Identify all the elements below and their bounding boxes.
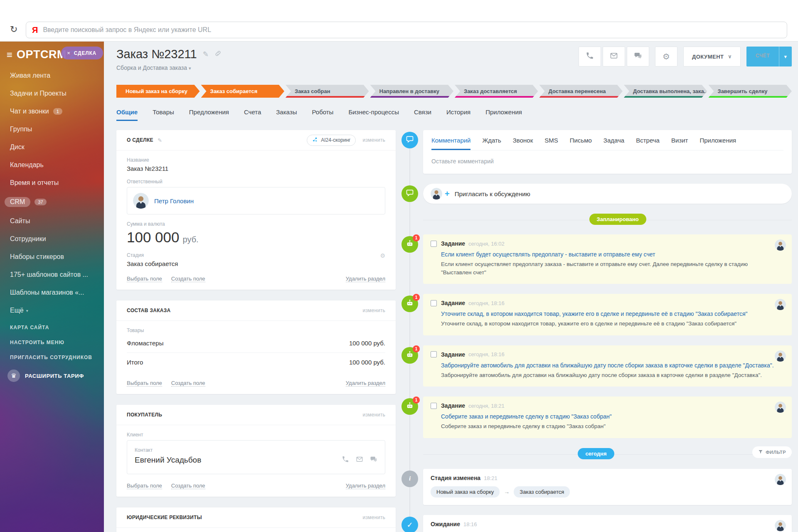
sidebar-item-chat-calls[interactable]: Чат и звонки1 — [0, 108, 104, 115]
tab-orders[interactable]: Заказы — [276, 108, 297, 121]
tab-history[interactable]: История — [446, 108, 470, 121]
task-checkbox[interactable] — [431, 241, 437, 247]
sidebar-link-invite-employees[interactable]: ПРИГЛАСИТЬ СОТРУДНИКОВ — [0, 355, 104, 360]
task-checkbox[interactable] — [431, 351, 437, 357]
settings-button[interactable]: ⚙ — [655, 47, 677, 66]
edit-link[interactable]: изменить — [362, 137, 385, 143]
task-title-link[interactable]: Соберите заказ и передвиньте сделку в ст… — [441, 413, 784, 420]
create-field-link[interactable]: Создать поле — [171, 276, 205, 282]
comment-input[interactable]: Оставьте комментарий — [431, 150, 783, 165]
edit-section-icon[interactable]: ✎ — [158, 137, 162, 143]
timeline-tab-wait[interactable]: Ждать — [482, 137, 501, 150]
timeline-tab-email[interactable]: Письмо — [570, 137, 592, 150]
chat-button[interactable] — [627, 47, 649, 66]
timeline-tab-sms[interactable]: SMS — [544, 137, 558, 150]
stage-delivery-done[interactable]: Доставка выполнена, зака... — [624, 85, 707, 98]
sidebar-item-calendar[interactable]: Календарь — [0, 161, 104, 169]
address-bar[interactable]: Я — [26, 22, 787, 38]
deal-chip[interactable]: ×СДЕЛКА — [61, 47, 103, 59]
stage-new-order[interactable]: Новый заказ на сборку — [116, 85, 200, 98]
ai-scoring-button[interactable]: AI24-скоринг — [307, 135, 356, 146]
reload-icon[interactable]: ↻ — [10, 24, 17, 35]
task-title-link[interactable]: Если клиент будет осуществлять предоплат… — [441, 251, 784, 258]
task-title-link[interactable]: Забронируйте автомобиль для доставки на … — [441, 362, 784, 369]
select-field-link[interactable]: Выбрать поле — [127, 276, 162, 282]
crown-icon: ♛ — [7, 369, 20, 382]
sidebar-link-sitemap[interactable]: КАРТА САЙТА — [0, 325, 104, 330]
tab-products[interactable]: Товары — [153, 108, 174, 121]
upgrade-plan-button[interactable]: ♛ РАСШИРИТЬ ТАРИФ — [0, 369, 104, 382]
chat-icon[interactable] — [370, 456, 377, 465]
sidebar-link-configure-menu[interactable]: НАСТРОИТЬ МЕНЮ — [0, 340, 104, 345]
tab-quotes[interactable]: Предложения — [189, 108, 229, 121]
responsible-link[interactable]: Петр Головин — [154, 197, 194, 204]
mail-icon[interactable] — [356, 456, 363, 465]
sidebar-item-groups[interactable]: Группы — [0, 126, 104, 133]
stage-delivering[interactable]: Заказ доставляется — [455, 85, 538, 98]
stage-assembling[interactable]: Заказ собирается — [201, 85, 285, 98]
sidebar-item-stickers[interactable]: Наборы стикеров — [0, 253, 104, 261]
pipeline-stage-bar: Новый заказ на сборку Заказ собирается З… — [116, 85, 792, 98]
sidebar-item-crm[interactable]: CRM37 — [0, 197, 104, 207]
task-title-link[interactable]: Уточните склад, в котором находится това… — [441, 310, 784, 317]
close-icon[interactable]: × — [67, 50, 70, 56]
delete-section-link[interactable]: Удалить раздел — [346, 276, 385, 282]
invoice-dropdown-icon[interactable]: ▾ — [779, 47, 792, 66]
stage-sent-to-delivery[interactable]: Направлен в доставку — [370, 85, 454, 98]
edit-link[interactable]: изменить — [362, 515, 385, 520]
contact-name[interactable]: Евгений Усадьбов — [135, 456, 201, 465]
timeline-tab-apps[interactable]: Приложения — [699, 137, 736, 150]
delete-section-link[interactable]: Удалить раздел — [346, 380, 385, 387]
edit-title-icon[interactable]: ✎ — [203, 50, 209, 59]
create-field-link[interactable]: Создать поле — [171, 380, 205, 387]
tab-apps[interactable]: Приложения — [485, 108, 522, 121]
stage-assembled[interactable]: Заказ собран — [286, 85, 369, 98]
sidebar-item-disk[interactable]: Диск — [0, 143, 104, 151]
sidebar-item-tasks-projects[interactable]: Задачи и Проекты — [0, 90, 104, 97]
search-input[interactable] — [43, 26, 781, 34]
sidebar-item-more[interactable]: Ещё▾ — [0, 307, 104, 314]
stage-close-deal[interactable]: Завершить сделку — [709, 85, 792, 98]
tab-robots[interactable]: Роботы — [312, 108, 333, 121]
avatar — [775, 239, 786, 251]
gear-icon[interactable]: ⚙ — [380, 252, 385, 259]
call-button[interactable] — [579, 47, 601, 66]
today-badge[interactable]: сегодня — [578, 448, 614, 459]
timeline-tab-meeting[interactable]: Встреча — [636, 137, 660, 150]
delete-section-link[interactable]: Удалить раздел — [346, 483, 385, 489]
create-field-link[interactable]: Создать поле — [171, 483, 205, 489]
tab-general[interactable]: Общие — [116, 108, 138, 121]
edit-link[interactable]: изменить — [362, 308, 385, 313]
timeline-tab-comment[interactable]: Комментарий — [431, 137, 470, 150]
task-checkbox[interactable] — [431, 403, 437, 409]
timeline-tab-visit[interactable]: Визит — [671, 137, 688, 150]
tab-business-processes[interactable]: Бизнес-процессы — [348, 108, 399, 121]
edit-link[interactable]: изменить — [362, 412, 385, 418]
tab-invoices[interactable]: Счета — [244, 108, 261, 121]
menu-hamburger-icon[interactable]: ≡ — [7, 49, 12, 61]
link-icon[interactable] — [214, 50, 222, 59]
tab-links[interactable]: Связи — [414, 108, 431, 121]
select-field-link[interactable]: Выбрать поле — [127, 483, 162, 489]
sidebar-item-shop-templates[interactable]: Шаблоны магазинов «... — [0, 289, 104, 296]
document-button[interactable]: ДОКУМЕНТ∨ — [683, 47, 741, 66]
invoice-button[interactable]: СЧЁТ▾ — [746, 47, 792, 66]
stage-delivery-postponed[interactable]: Доставка перенесена — [539, 85, 623, 98]
sidebar-item-time-reports[interactable]: Время и отчеты — [0, 179, 104, 187]
sidebar-item-live-feed[interactable]: Живая лента — [0, 72, 104, 79]
task-checkbox[interactable] — [431, 300, 437, 306]
select-field-link[interactable]: Выбрать поле — [127, 380, 162, 387]
phone-icon[interactable] — [342, 456, 349, 465]
brand-logo[interactable]: OPTCRM — [17, 48, 66, 61]
filter-button[interactable]: ФИЛЬТР — [752, 446, 792, 458]
timeline-tab-call[interactable]: Звонок — [513, 137, 533, 150]
sidebar-item-site-templates[interactable]: 175+ шаблонов сайтов ... — [0, 271, 104, 278]
timeline-tab-task[interactable]: Задача — [603, 137, 624, 150]
email-button[interactable] — [603, 47, 625, 66]
sidebar-item-sites[interactable]: Сайты — [0, 217, 104, 225]
total-price: 100 000 руб. — [349, 359, 385, 366]
yandex-logo-icon: Я — [32, 25, 38, 35]
chat-badge: 1 — [53, 108, 62, 115]
sidebar-item-employees[interactable]: Сотрудники — [0, 235, 104, 243]
invite-to-discussion-button[interactable]: + Пригласить к обсуждению — [423, 184, 792, 204]
